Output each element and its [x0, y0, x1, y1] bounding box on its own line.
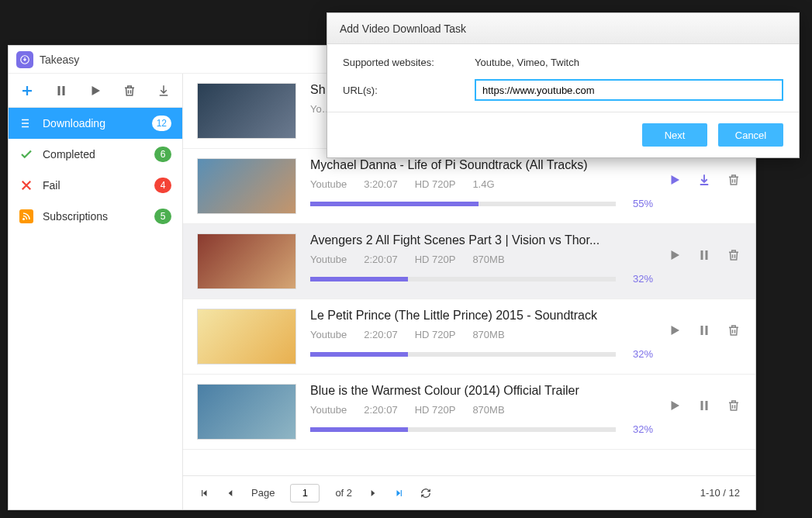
dialog-title: Add Video Download Task — [327, 13, 799, 44]
page-label: Page — [251, 487, 275, 499]
row-meta: Youtube2:20:07HD 720P870MB — [310, 404, 653, 416]
sidebar-badge: 5 — [154, 209, 171, 224]
row-quality: HD 720P — [415, 404, 456, 416]
row-delete-icon[interactable] — [726, 247, 741, 263]
supported-value: Youtube, Vimeo, Twitch — [475, 57, 579, 68]
url-input[interactable] — [475, 79, 783, 101]
delete-button[interactable] — [119, 80, 140, 102]
thumbnail — [197, 309, 296, 364]
sidebar-item-label: Subscriptions — [43, 210, 145, 223]
add-task-dialog: Add Video Download Task Supported websit… — [327, 12, 800, 158]
download-row[interactable]: Blue is the Warmest Colour (2014) Offici… — [183, 375, 755, 450]
row-title: Avengers 2 All Fight Scenes Part 3 | Vis… — [310, 233, 653, 247]
download-row[interactable]: Mychael Danna - Life of Pi Soundtrack (A… — [183, 149, 755, 224]
download-row[interactable]: Avengers 2 All Fight Scenes Part 3 | Vis… — [183, 224, 755, 299]
progress-percent: 32% — [625, 423, 653, 435]
row-size: 870MB — [472, 254, 504, 265]
row-body: Avengers 2 All Fight Scenes Part 3 | Vis… — [310, 233, 653, 285]
progress-bar — [310, 427, 616, 432]
row-delete-icon[interactable] — [726, 172, 741, 188]
svg-rect-11 — [706, 401, 708, 410]
row-actions — [667, 309, 741, 338]
svg-rect-8 — [701, 326, 703, 335]
row-actions — [667, 158, 741, 188]
row-delete-icon[interactable] — [726, 323, 741, 338]
progress-percent: 55% — [625, 198, 653, 209]
row-quality: HD 720P — [415, 329, 456, 340]
sidebar-item-label: Fail — [43, 179, 145, 192]
app-title: Takeasy — [40, 54, 79, 66]
row-size: 1.4G — [472, 178, 494, 190]
page-of: of 2 — [335, 487, 352, 499]
row-pause-icon[interactable] — [696, 247, 712, 263]
row-quality: HD 720P — [415, 254, 456, 265]
row-duration: 2:20:07 — [364, 404, 397, 416]
row-title: Blue is the Warmest Colour (2014) Offici… — [310, 384, 653, 398]
progress-bar — [310, 352, 616, 357]
cancel-button[interactable]: Cancel — [718, 123, 783, 147]
url-label: URL(s): — [343, 85, 475, 96]
row-size: 870MB — [472, 329, 504, 340]
row-actions — [667, 233, 741, 263]
page-input[interactable] — [290, 484, 320, 502]
sidebar-item-subscriptions[interactable]: Subscriptions5 — [9, 201, 182, 232]
row-pause-icon[interactable] — [696, 323, 712, 338]
row-duration: 2:20:07 — [364, 254, 397, 265]
next-page-button[interactable] — [368, 488, 378, 499]
sidebar-item-downloading[interactable]: Downloading12 — [9, 108, 182, 139]
svg-rect-2 — [63, 86, 65, 95]
row-title: Mychael Danna - Life of Pi Soundtrack (A… — [310, 158, 653, 172]
row-actions — [667, 384, 741, 413]
download-button[interactable] — [153, 80, 174, 102]
sidebar: Downloading12Completed6Fail4Subscription… — [9, 74, 183, 509]
supported-label: Supported websites: — [343, 57, 475, 68]
sidebar-item-completed[interactable]: Completed6 — [9, 139, 182, 170]
svg-rect-1 — [58, 86, 60, 95]
row-meta: Youtube3:20:07HD 720P1.4G — [310, 178, 653, 190]
play-all-button[interactable] — [85, 80, 106, 102]
downloading-icon — [19, 116, 33, 130]
svg-rect-7 — [706, 250, 708, 260]
row-body: Le Petit Prince (The Little Prince) 2015… — [310, 309, 653, 360]
row-delete-icon[interactable] — [726, 398, 741, 413]
x-icon — [19, 178, 33, 192]
progress-bar — [310, 202, 616, 206]
sidebar-badge: 4 — [154, 178, 171, 193]
row-source: Youtube — [310, 329, 347, 340]
rss-icon — [19, 209, 33, 223]
progress: 32% — [310, 273, 653, 285]
svg-rect-6 — [701, 250, 703, 260]
first-page-button[interactable] — [199, 488, 209, 499]
page-range: 1-10 / 12 — [700, 487, 740, 499]
svg-rect-10 — [701, 401, 703, 410]
row-source: Youtube — [310, 404, 347, 416]
row-size: 870MB — [472, 404, 504, 416]
dialog-body: Supported websites: Youtube, Vimeo, Twit… — [327, 44, 799, 101]
progress-percent: 32% — [625, 273, 653, 285]
row-download-icon[interactable] — [696, 172, 712, 188]
prev-page-button[interactable] — [225, 488, 236, 499]
refresh-button[interactable] — [420, 488, 431, 499]
last-page-button[interactable] — [394, 488, 405, 499]
row-play-icon[interactable] — [667, 172, 682, 188]
add-button[interactable] — [16, 80, 38, 102]
row-body: Blue is the Warmest Colour (2014) Offici… — [310, 384, 653, 435]
thumbnail — [197, 384, 296, 440]
row-play-icon[interactable] — [667, 323, 682, 338]
sidebar-item-label: Completed — [43, 148, 145, 161]
pagination: Page of 2 1-10 / 12 — [183, 475, 755, 509]
progress-bar — [310, 277, 616, 281]
row-meta: Youtube2:20:07HD 720P870MB — [310, 254, 653, 265]
row-pause-icon[interactable] — [696, 398, 712, 413]
nav-list: Downloading12Completed6Fail4Subscription… — [9, 108, 182, 509]
progress: 55% — [310, 198, 653, 209]
sidebar-badge: 6 — [154, 147, 171, 162]
row-play-icon[interactable] — [667, 398, 682, 413]
next-button[interactable]: Next — [642, 123, 707, 147]
row-play-icon[interactable] — [667, 247, 682, 263]
progress-percent: 32% — [625, 348, 653, 360]
download-row[interactable]: Le Petit Prince (The Little Prince) 2015… — [183, 299, 755, 375]
sidebar-item-fail[interactable]: Fail4 — [9, 170, 182, 201]
pause-all-button[interactable] — [50, 80, 72, 102]
svg-point-3 — [23, 219, 25, 220]
